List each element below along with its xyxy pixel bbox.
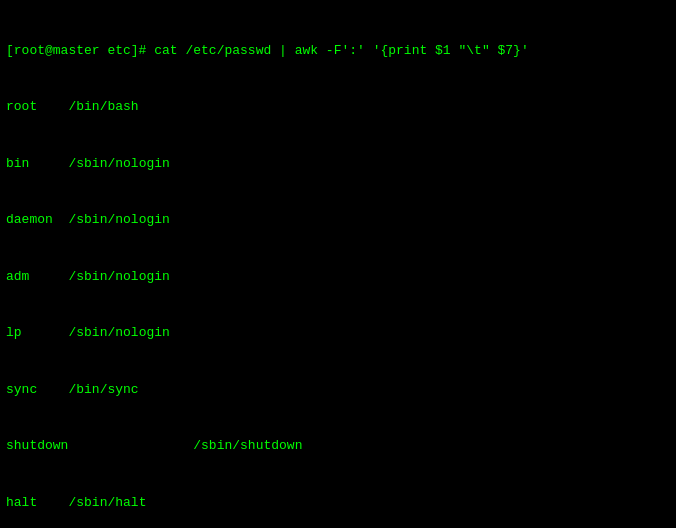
output-line-5: sync /bin/sync: [6, 381, 670, 400]
prompt-line: [root@master etc]# cat /etc/passwd | awk…: [6, 42, 670, 61]
output-line-1: bin /sbin/nologin: [6, 155, 670, 174]
output-line-3: adm /sbin/nologin: [6, 268, 670, 287]
output-line-2: daemon /sbin/nologin: [6, 211, 670, 230]
output-line-4: lp /sbin/nologin: [6, 324, 670, 343]
output-line-6: shutdown /sbin/shutdown: [6, 437, 670, 456]
output-line-0: root /bin/bash: [6, 98, 670, 117]
terminal-window: [root@master etc]# cat /etc/passwd | awk…: [6, 4, 670, 524]
output-line-7: halt /sbin/halt: [6, 494, 670, 513]
